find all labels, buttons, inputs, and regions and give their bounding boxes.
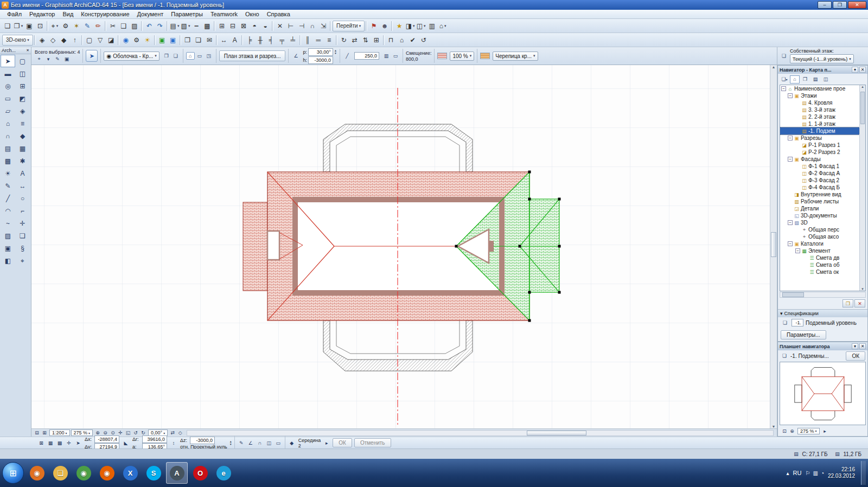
tree-item-story-3[interactable]: ▤ 3. 3-й этаж [780,106,859,113]
reference-line-icon[interactable]: ▭ [391,52,400,60]
sep[interactable] [214,21,215,31]
tree-item-project[interactable]: − ⌂ Наименование прое [780,85,859,92]
tree-expander[interactable] [795,143,800,148]
material-combo[interactable]: Черепица кр... [493,52,538,61]
fill-swatch-icon[interactable]: ▣ [62,55,71,63]
axonometry-icon[interactable]: ◆ [59,35,69,46]
tree-expander[interactable] [788,192,793,197]
mesh-tool[interactable]: ▩ [1,155,15,167]
home-story-icon[interactable]: ❏ [780,52,788,60]
tree-expander[interactable] [795,171,800,176]
fill-types-icon[interactable]: ▩ [202,21,213,31]
sep[interactable] [272,21,273,31]
tree-item-elevations[interactable]: − ▣ Фасады [780,156,859,163]
tree-expander[interactable]: − [788,220,793,225]
slab-tool[interactable]: ▱ [1,105,15,117]
dimension-tool[interactable]: ↔ [15,180,30,192]
grid-snap-icon[interactable]: ▦ [46,439,55,447]
mirror-icon[interactable]: ⇄ [349,35,360,46]
navigator-layout-book-icon[interactable]: ▤ [810,75,820,84]
network-icon[interactable]: ◔ [821,470,824,476]
clean-intersections-icon[interactable]: ⊞ [41,430,48,437]
preview-thumbnail[interactable] [780,362,866,425]
taskbar-app-media[interactable]: ◉ [26,462,48,484]
taskbar-app-archicad[interactable]: A [166,462,188,484]
coordinates-icon[interactable]: ✛ [65,439,73,447]
tree-expander[interactable] [795,227,800,232]
navigator-delete-icon[interactable]: ✕ [854,299,865,307]
elevation-tool[interactable]: ◧ [1,254,15,267]
text-tool[interactable]: A [15,167,30,180]
tree-expander[interactable] [803,270,808,274]
cut-icon[interactable]: ✂ [107,21,118,31]
tree-item-story-2[interactable]: ▤ 2. 2-й этаж [780,113,859,120]
language-indicator[interactable]: RU [793,470,802,476]
line-types-icon[interactable]: ┅ [191,21,202,31]
stair-tool[interactable]: ≡ [15,117,30,130]
tree-expander[interactable] [788,213,793,218]
default-settings-icon[interactable]: ⌖ [35,55,43,63]
tree-expander[interactable]: − [788,93,793,98]
group-icon[interactable]: ⊞ [216,21,227,31]
arc-tool[interactable]: ◠ [1,204,15,217]
roof-tool[interactable]: ⌂ [1,117,15,130]
review-icon[interactable]: ☻ [379,21,390,31]
measure-icon[interactable]: ▭ [274,439,283,447]
menu-help[interactable]: Справка [263,10,294,18]
align-bottom-icon[interactable]: ╧ [288,35,298,46]
pitch-spinner[interactable]: ▲▼ [334,49,337,55]
sep[interactable] [167,21,168,31]
taskbar-app-opera[interactable]: O [189,462,211,484]
favorites-icon[interactable]: ★ [394,21,405,31]
hidden-icons-button[interactable]: ▴ [787,470,789,476]
menu-edit[interactable]: Редактор [25,10,59,18]
intersect-icon[interactable]: ∩ [307,21,318,31]
paste-icon[interactable]: ▨ [129,21,140,31]
open-icon[interactable]: ❐ [13,21,24,31]
dz-spinner[interactable]: ▲▼ [229,440,232,446]
tree-expander[interactable]: − [788,136,793,140]
sep[interactable] [118,35,119,45]
left-roof-extension[interactable] [243,202,267,291]
preview-zoom-icon[interactable]: ⊕ [788,427,796,434]
align-top-icon[interactable]: ╤ [277,35,288,46]
toolbox-close-icon[interactable]: ✕ [26,48,29,53]
thickness-input[interactable]: 250,0 [354,52,379,60]
fill-percent-combo[interactable]: 100 % [450,52,474,61]
pick-parameters-icon[interactable]: ✎ [82,21,93,31]
3d-window-button[interactable]: 3D-окно [2,35,33,46]
roof-segment-icon[interactable]: ⌂ [186,52,195,60]
tree-item-elevation-f2[interactable]: ◫ Ф-2 Фасад А [780,170,859,177]
tree-item-elevation-f1[interactable]: ◫ Ф-1 Фасад 1 [780,163,859,170]
menu-document[interactable]: Документ [133,10,168,18]
navigator-publisher-icon[interactable]: ◫ [821,75,831,84]
filter-3d-icon[interactable]: ▽ [95,35,106,46]
edge-segment-icon[interactable]: ◳ [205,52,213,60]
pen-sets-icon[interactable]: ▧ [180,21,191,31]
sep[interactable] [330,21,331,31]
menu-view[interactable]: Вид [59,10,77,18]
relative-coords-icon[interactable]: ➤ [74,439,82,447]
specifications-header[interactable]: ▾ Спецификации [778,309,867,317]
taskbar-app-explorer[interactable]: ❏ [49,462,71,484]
tree-item-schedule-windows[interactable]: ☰ Смета ок [780,268,859,275]
parameters-button[interactable]: Параметры... [781,330,826,339]
column-tool[interactable]: ◎ [1,80,15,92]
sep[interactable] [154,35,156,45]
tree-expander[interactable] [795,114,800,119]
elevate-icon[interactable]: ⇅ [360,35,371,46]
tree-item-schedule-doors[interactable]: ☰ Смета дв [780,254,859,261]
tree-item-3d-documents[interactable]: ◱ 3D-документы [780,212,859,219]
fill-tool[interactable]: ▨ [1,229,15,242]
roof-trim-icon[interactable]: ⌂ [397,35,407,46]
tree-item-stories[interactable]: − ▣ Этажи [780,92,859,99]
new-icon[interactable]: ❏ [2,21,13,31]
settings-drop-icon[interactable]: ▾ [44,55,53,63]
save-icon[interactable]: ▣ [24,21,35,31]
horizontal-scrollbar[interactable] [187,430,774,436]
stretch-icon[interactable]: ⇲ [318,21,329,31]
preview-ok-button[interactable]: ОК [846,351,865,361]
sep[interactable] [47,21,48,31]
drawing-canvas[interactable] [31,65,770,428]
tree-expander[interactable] [795,234,800,239]
